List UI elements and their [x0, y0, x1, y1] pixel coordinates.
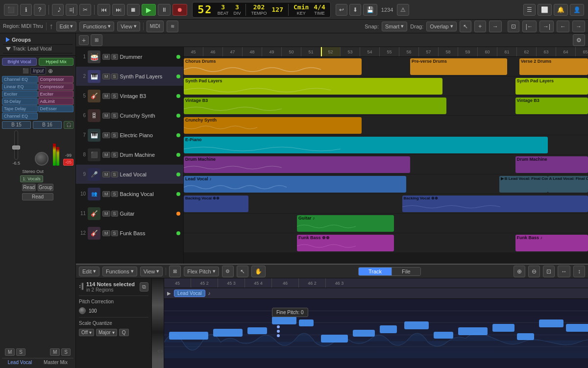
midi-icon[interactable]: MIDI	[147, 21, 164, 32]
flex-pitch-dropdown[interactable]: Flex Pitch ▾	[184, 267, 219, 276]
zoom-in-btn[interactable]: ⊕	[514, 266, 525, 277]
right-btn[interactable]: →|	[539, 21, 554, 32]
plugin-tape-delay[interactable]: Tape Delay	[2, 105, 38, 112]
pitch-blob-9[interactable]	[404, 321, 429, 329]
pitch-blob-11[interactable]	[458, 327, 488, 335]
fit-btn[interactable]: ⊡	[543, 266, 555, 277]
functions-menu[interactable]: Functions ▾	[79, 22, 114, 31]
bus-b16[interactable]: B 16	[33, 121, 62, 129]
plugin-deesser[interactable]: DeEsser	[38, 105, 74, 112]
solo-5[interactable]: S	[111, 93, 118, 99]
plugin-adlimit[interactable]: AdLimit	[38, 98, 74, 105]
stop-btn[interactable]: ⏹	[127, 4, 140, 16]
fader-handle-left[interactable]	[12, 146, 20, 149]
pause-btn[interactable]: ⏸	[158, 4, 171, 16]
solo-8[interactable]: S	[111, 152, 118, 158]
input-field[interactable]: Input	[30, 67, 46, 74]
mute-6[interactable]: M	[102, 113, 110, 119]
cycle-btn[interactable]: ↩	[336, 4, 347, 16]
region-crunchy[interactable]: Crunchy Synth	[184, 117, 362, 134]
region-synth-pad-1[interactable]: Synth Pad Layers	[184, 78, 442, 95]
pitch-blob-6[interactable]	[321, 335, 348, 343]
add-track-btn[interactable]: +	[79, 35, 89, 45]
region-bass-1[interactable]: Funk Bass ⊕⊕	[297, 235, 394, 251]
record-btn[interactable]: ⏺	[172, 4, 187, 16]
scroll-left-btn[interactable]: ←	[557, 21, 569, 32]
pitch-blob-2[interactable]	[213, 329, 243, 337]
fast-forward-btn[interactable]: ⏭	[112, 4, 125, 16]
m-btn-2[interactable]: M	[50, 348, 60, 356]
track-list-settings-btn[interactable]: ⚙	[573, 34, 585, 46]
mix-preset-box[interactable]: Hyped Mix	[39, 58, 74, 66]
metronome-btn[interactable]: 𝅘𝅥𝅮	[52, 4, 64, 16]
pitch-blob-3[interactable]	[247, 327, 267, 334]
tab-file[interactable]: File	[392, 268, 420, 275]
pitch-blob-8[interactable]	[380, 325, 397, 333]
view-menu[interactable]: View ▾	[117, 22, 140, 31]
notes-badge[interactable]: ⧉	[140, 282, 148, 292]
vocal-preset-box[interactable]: Bright Vocal	[2, 58, 37, 66]
region-verse2-drums[interactable]: Verse 2 Drums	[519, 58, 588, 75]
solo-11[interactable]: S	[111, 211, 118, 217]
track-row[interactable]: 11 🎸 M S Guitar	[76, 204, 183, 223]
solo-12[interactable]: S	[111, 230, 118, 236]
track-row[interactable]: 6 🎛 M S Crunchy Synth	[76, 106, 183, 125]
pitch-blob-4[interactable]	[272, 317, 296, 324]
bottom-edit-menu[interactable]: Edit ▾	[79, 267, 99, 276]
fader-track-left[interactable]	[14, 130, 18, 160]
track-row[interactable]: 5 🎸 M S Vintage B3	[76, 86, 183, 106]
bottom-options-btn[interactable]: ⚙	[222, 266, 234, 277]
pitch-blob-14[interactable]	[539, 319, 564, 327]
info-btn[interactable]: ℹ	[20, 4, 32, 16]
notification-btn[interactable]: 🔔	[554, 4, 568, 16]
bottom-functions-menu[interactable]: Functions ▾	[102, 267, 137, 276]
solo-1[interactable]: S	[111, 54, 118, 60]
read-btn-2[interactable]: Read	[22, 193, 53, 200]
help-btn[interactable]: ?	[34, 4, 46, 16]
pitch-blob-13[interactable]	[517, 333, 534, 340]
region-synth-pad-2[interactable]: Synth Pad Layers	[515, 78, 588, 95]
download-btn[interactable]: ⬇	[349, 4, 361, 16]
plugin-compressor-2[interactable]: Compressor	[38, 83, 74, 90]
plugin-st-delay[interactable]: St-Delay	[2, 98, 38, 105]
pitch-blob-7[interactable]	[353, 330, 375, 337]
region-preverse-drums[interactable]: Pre-verse Drums	[410, 58, 507, 75]
mute-9[interactable]: M	[102, 172, 110, 177]
region-lead-vocal-1[interactable]: Lead Vocal ♪	[184, 176, 406, 193]
save-btn[interactable]: 💾	[363, 4, 377, 16]
scroll-v-btn[interactable]: ↕	[573, 266, 585, 277]
region-bass-2[interactable]: Funk Bass ♪	[515, 235, 588, 251]
snap-dropdown[interactable]: Smart ▾	[382, 22, 407, 31]
region-epiano[interactable]: E-Piano	[184, 137, 548, 153]
track-row[interactable]: 1 🥁 M S Drummer	[76, 47, 183, 67]
region-b3-2[interactable]: Vintage B3	[515, 98, 588, 114]
flex-icon[interactable]: ≋	[167, 21, 178, 32]
cursor-btn[interactable]: ↖	[460, 21, 471, 32]
app-icon[interactable]: ⬛	[4, 4, 18, 16]
pitch-blob-12[interactable]	[492, 324, 514, 332]
zoom-fit-btn[interactable]: ⊡	[508, 21, 519, 32]
track-row[interactable]: 12 🎸 M S Funk Bass	[76, 223, 183, 243]
q-button[interactable]: Q	[119, 329, 129, 336]
pan-knob[interactable]	[35, 152, 49, 166]
s-btn-2[interactable]: S	[61, 348, 71, 356]
mute-7[interactable]: M	[102, 132, 110, 138]
pitch-correction-knob[interactable]	[79, 307, 86, 314]
play-btn[interactable]: ▶	[142, 4, 156, 16]
mute-10[interactable]: M	[102, 191, 110, 197]
region-backing-1[interactable]: Backing Vocal ⊕⊕	[184, 196, 248, 212]
zoom-out-btn[interactable]: ⊖	[528, 266, 540, 277]
scale-off-dropdown[interactable]: Off ▾	[79, 329, 94, 336]
pitch-blob-15[interactable]	[566, 324, 588, 332]
region-drum-machine-1[interactable]: Drum Machine	[184, 156, 410, 173]
group-btn[interactable]: Group	[38, 184, 53, 191]
read-btn[interactable]: Read	[22, 184, 36, 191]
plugin-exciter-2[interactable]: Exciter	[38, 91, 74, 98]
menu-btn[interactable]: ☰	[523, 4, 536, 16]
mute-11[interactable]: M	[102, 211, 110, 217]
mute-12[interactable]: M	[102, 230, 110, 236]
region-b3-1[interactable]: Vintage B3	[184, 98, 446, 114]
pitch-blob-1[interactable]	[169, 332, 208, 340]
pitch-blob-5[interactable]	[299, 319, 314, 326]
track-row[interactable]: 7 🎹 M S Electric Piano	[76, 125, 183, 145]
